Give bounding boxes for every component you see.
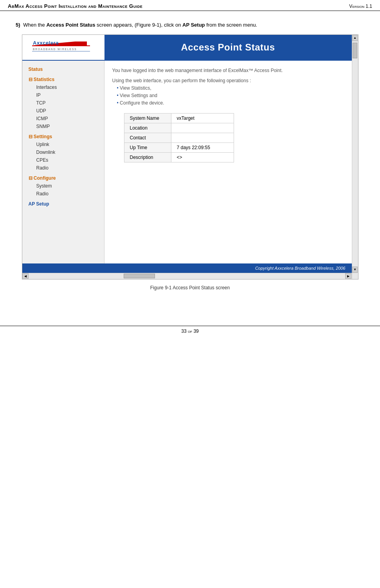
sidebar-configure[interactable]: ⊟ Configure bbox=[22, 174, 104, 182]
ap-sidebar: Status ⊟ Statistics Interfaces IP TCP UD… bbox=[22, 61, 104, 263]
axxcelera-logo: Axxcelera BROADBAND WIRELESS bbox=[32, 38, 95, 56]
figure-caption: Figure 9-1 Access Point Status screen bbox=[16, 285, 364, 290]
step-text-1: When the Access Point Status screen appe… bbox=[23, 22, 257, 28]
sidebar-item-snmp[interactable]: SNMP bbox=[22, 123, 104, 130]
scroll-up-button[interactable]: ▲ bbox=[352, 35, 358, 41]
table-cell-label: System Name bbox=[124, 114, 171, 123]
web-ui: Axxcelera BROADBAND WIRELESS Access Poin… bbox=[22, 35, 352, 279]
ops-intro: Using the web interface, you can perform… bbox=[112, 78, 251, 83]
sidebar-status-label[interactable]: Status bbox=[22, 65, 104, 73]
ap-footer: Copyright Axxcelera Broadband Wireless, … bbox=[22, 263, 352, 273]
ap-title-area: Access Point Status bbox=[104, 42, 352, 53]
sidebar-item-radio-configure[interactable]: Radio bbox=[22, 190, 104, 198]
scroll-down-button[interactable]: ▼ bbox=[352, 267, 358, 273]
bottom-scrollbar[interactable]: ◀ ▶ bbox=[22, 273, 352, 279]
browser-frame: Axxcelera BROADBAND WIRELESS Access Poin… bbox=[22, 34, 358, 280]
table-cell-label: Location bbox=[124, 123, 171, 133]
ops-item-1: View Statistics, bbox=[117, 85, 344, 92]
sidebar-item-interfaces[interactable]: Interfaces bbox=[22, 83, 104, 91]
ops-item-3: Configure the device. bbox=[117, 99, 344, 107]
sidebar-item-system[interactable]: System bbox=[22, 182, 104, 190]
table-row: Contact bbox=[124, 133, 234, 143]
table-row: Up Time 7 days 22:09:55 bbox=[124, 143, 234, 153]
document-title: AbMax Access Point Installation and Main… bbox=[8, 3, 142, 9]
table-cell-label: Up Time bbox=[124, 143, 171, 153]
sidebar-item-cpes[interactable]: CPEs bbox=[22, 156, 104, 164]
page-footer: 33 of 39 bbox=[0, 326, 380, 336]
table-row: System Name vxTarget bbox=[124, 114, 234, 123]
step-intro: 5) When the Access Point Status screen a… bbox=[16, 21, 364, 29]
ap-page-title: Access Point Status bbox=[181, 42, 275, 53]
step-number: 5) bbox=[16, 22, 20, 28]
sidebar-item-uplink[interactable]: Uplink bbox=[22, 141, 104, 148]
page-header: AbMax Access Point Installation and Main… bbox=[0, 0, 380, 11]
ap-main: You have logged into the web management … bbox=[104, 61, 352, 263]
page-number: 33 of 39 bbox=[181, 328, 198, 334]
scroll-right-button[interactable]: ▶ bbox=[345, 273, 351, 279]
sidebar-item-radio-settings[interactable]: Radio bbox=[22, 164, 104, 172]
table-cell-value bbox=[171, 123, 234, 133]
table-cell-value: <> bbox=[171, 153, 234, 162]
sidebar-settings[interactable]: ⊟ Settings bbox=[22, 133, 104, 141]
sidebar-item-downlink[interactable]: Downlink bbox=[22, 148, 104, 156]
sidebar-item-udp[interactable]: UDP bbox=[22, 107, 104, 115]
info-table: System Name vxTarget Location Contact bbox=[124, 113, 234, 162]
scroll-vertical-thumb[interactable] bbox=[353, 43, 357, 58]
table-cell-label: Description bbox=[124, 153, 171, 162]
scroll-horizontal-thumb[interactable] bbox=[124, 274, 155, 278]
logo-area: Axxcelera BROADBAND WIRELESS bbox=[22, 35, 104, 60]
ap-header: Axxcelera BROADBAND WIRELESS Access Poin… bbox=[22, 35, 352, 60]
page-content: 5) When the Access Point Status screen a… bbox=[0, 17, 380, 310]
footer-copyright: Copyright Axxcelera Broadband Wireless, … bbox=[255, 266, 346, 271]
table-cell-label: Contact bbox=[124, 133, 171, 143]
svg-text:Axxcelera: Axxcelera bbox=[33, 40, 59, 46]
table-cell-value: vxTarget bbox=[171, 114, 234, 123]
table-row: Description <> bbox=[124, 153, 234, 162]
table-cell-value: 7 days 22:09:55 bbox=[171, 143, 234, 153]
right-scrollbar[interactable]: ▲ ▼ bbox=[352, 35, 358, 279]
scroll-left-button[interactable]: ◀ bbox=[22, 273, 29, 279]
ops-list: Using the web interface, you can perform… bbox=[112, 77, 344, 107]
sidebar-statistics[interactable]: ⊟ Statistics bbox=[22, 76, 104, 83]
svg-text:BROADBAND WIRELESS: BROADBAND WIRELESS bbox=[33, 48, 77, 51]
sidebar-item-tcp[interactable]: TCP bbox=[22, 99, 104, 107]
table-cell-value bbox=[171, 133, 234, 143]
ops-item-2: View Settings and bbox=[117, 92, 344, 99]
sidebar-ap-setup[interactable]: AP Setup bbox=[22, 200, 104, 208]
welcome-text: You have logged into the web management … bbox=[112, 67, 344, 74]
ap-body: Status ⊟ Statistics Interfaces IP TCP UD… bbox=[22, 60, 352, 263]
sidebar-item-ip[interactable]: IP bbox=[22, 91, 104, 99]
table-row: Location bbox=[124, 123, 234, 133]
document-version: Version 1.1 bbox=[349, 4, 372, 9]
sidebar-item-icmp[interactable]: ICMP bbox=[22, 115, 104, 123]
